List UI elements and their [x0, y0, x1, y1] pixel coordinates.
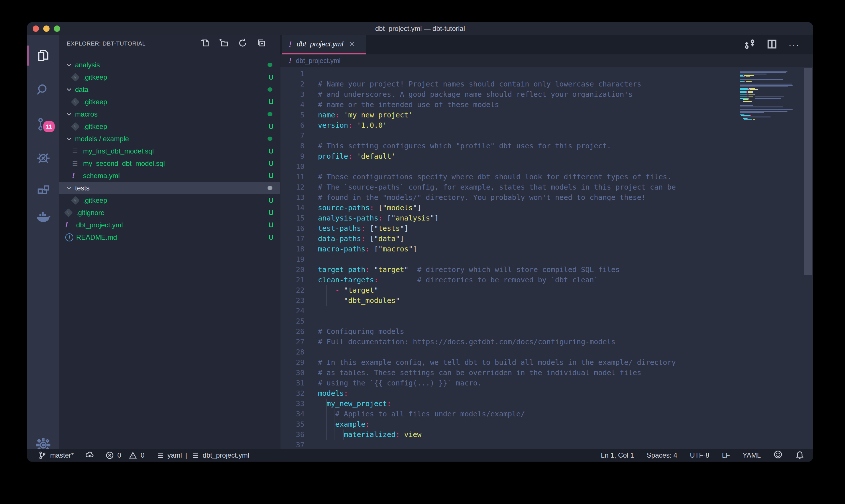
code-line: target-path: "target" # directory which … — [318, 265, 750, 275]
more-actions-icon[interactable]: ··· — [789, 42, 800, 48]
explorer-icon[interactable] — [27, 39, 59, 72]
explorer-sidebar: EXPLORER: DBT-TUTORIAL analysis⑂.gitkeep… — [59, 35, 281, 449]
branch-label: master* — [50, 451, 74, 459]
git-untracked-badge: U — [269, 233, 273, 241]
git-untracked-badge: U — [269, 221, 273, 229]
tree-row[interactable]: !schema.ymlU — [59, 169, 280, 182]
line-number: 20 — [281, 265, 305, 275]
tree-row[interactable]: analysis — [59, 59, 280, 71]
indentation-setting[interactable]: Spaces: 4 — [647, 451, 678, 459]
line-number: 14 — [281, 203, 305, 213]
code-line — [318, 440, 750, 449]
code-line: # The `source-paths` config, for example… — [318, 182, 750, 193]
tab-label: dbt_project.yml — [297, 40, 343, 48]
status-file-label: dbt_project.yml — [202, 451, 249, 459]
minimap[interactable] — [740, 69, 793, 122]
chevron-down-icon — [65, 61, 75, 69]
code-line — [318, 69, 750, 79]
tree-row[interactable]: tests — [59, 182, 280, 194]
language-mode[interactable]: YAML — [742, 451, 761, 459]
tree-row[interactable]: ☰my_second_dbt_model.sqlU — [59, 157, 280, 169]
yaml-file-icon: ! — [289, 40, 292, 49]
indent-guide — [326, 399, 327, 440]
git-modified-dot — [268, 112, 272, 116]
tree-item-label: README.md — [76, 233, 269, 241]
line-number: 34 — [281, 409, 305, 419]
source-control-icon[interactable]: 11 — [27, 108, 59, 140]
breadcrumb[interactable]: ! dbt_project.yml — [281, 54, 813, 67]
window-title: dbt_project.yml — dbt-tutorial — [27, 22, 813, 35]
tree-indent-guide — [98, 194, 98, 206]
code-line — [318, 162, 750, 172]
close-tab-icon[interactable]: ✕ — [349, 40, 355, 48]
collapse-all-icon[interactable] — [256, 38, 267, 49]
yaml-status-left[interactable]: yaml | dbt_project.yml — [155, 451, 249, 460]
tree-row[interactable]: ⑂.gitkeepU — [59, 120, 280, 132]
tree-row[interactable]: models / example — [59, 132, 280, 145]
tree-row[interactable]: !dbt_project.ymlU — [59, 219, 280, 231]
split-editor-icon[interactable] — [766, 38, 778, 51]
new-folder-icon[interactable] — [219, 38, 229, 49]
notifications-bell-icon[interactable] — [795, 450, 804, 461]
line-number: 12 — [281, 182, 305, 193]
code-line: # Configuring models — [318, 326, 750, 337]
refresh-icon[interactable] — [237, 38, 248, 49]
code-editor[interactable]: 1234567891011121314151617181920212223242… — [281, 67, 813, 449]
tree-item-label: analysis — [75, 61, 268, 69]
code-line: # found in the "models/" directory. You … — [318, 193, 750, 203]
git-branch-status[interactable]: master* — [38, 451, 74, 460]
line-number: 19 — [281, 254, 305, 265]
code-line: - "dbt_modules" — [318, 295, 750, 306]
code-line: source-paths: ["models"] — [318, 203, 750, 213]
code-line: profile: 'default' — [318, 151, 750, 162]
yaml-label: yaml — [167, 451, 182, 459]
tree-item-label: .gitkeep — [83, 73, 269, 81]
tree-row[interactable]: ⑂.gitkeepU — [59, 194, 280, 206]
editor-scrollbar[interactable] — [804, 68, 812, 275]
status-bar: master* 0 0 yaml | dbt_project.yml — [27, 449, 813, 462]
tab-dbt-project-yml[interactable]: ! dbt_project.yml ✕ — [282, 35, 366, 54]
git-untracked-badge: U — [269, 73, 273, 81]
line-number: 8 — [281, 141, 305, 151]
git-untracked-badge: U — [269, 160, 273, 167]
tab-bar: ! dbt_project.yml ✕ ··· — [281, 35, 813, 54]
docker-icon[interactable] — [27, 201, 59, 233]
code-line: # using the `{{ config(...) }}` macro. — [318, 378, 750, 388]
indent-guide — [335, 409, 335, 440]
line-number: 30 — [281, 368, 305, 378]
problems-status[interactable]: 0 0 — [105, 451, 145, 460]
code-line: # Name your project! Project names shoul… — [318, 79, 750, 89]
line-number: 9 — [281, 151, 305, 162]
search-icon[interactable] — [27, 74, 59, 106]
tree-row[interactable]: ⑂.gitkeepU — [59, 71, 280, 83]
code-line: # and underscores. A good package name s… — [318, 89, 750, 100]
eol-setting[interactable]: LF — [722, 451, 730, 459]
yaml-file-icon: ! — [289, 57, 291, 65]
tree-row[interactable]: iREADME.mdU — [59, 231, 280, 244]
git-modified-dot — [268, 87, 272, 92]
code-line: # These configurations specify where dbt… — [318, 172, 750, 182]
indent-guide — [343, 430, 344, 440]
tree-row[interactable]: macros — [59, 108, 280, 120]
cursor-position[interactable]: Ln 1, Col 1 — [601, 451, 634, 459]
line-number: 31 — [281, 378, 305, 388]
tree-item-label: .gitkeep — [83, 196, 269, 204]
tree-row[interactable]: ⑂.gitignoreU — [59, 206, 280, 219]
sync-changes-icon[interactable] — [85, 450, 94, 460]
tree-row[interactable]: data — [59, 83, 280, 96]
vscode-window: dbt_project.yml — dbt-tutorial 11 — [27, 22, 813, 462]
tree-row[interactable]: ☰my_first_dbt_model.sqlU — [59, 145, 280, 157]
feedback-smiley-icon[interactable] — [773, 450, 783, 461]
line-number: 26 — [281, 326, 305, 337]
code-line: name: 'my_new_project' — [318, 110, 750, 120]
debug-icon[interactable] — [27, 142, 59, 174]
git-file-icon: ⑂ — [71, 73, 79, 82]
line-number: 7 — [281, 130, 305, 141]
editor-group: ! dbt_project.yml ✕ ··· ! dbt_project.ym… — [281, 35, 813, 449]
encoding-setting[interactable]: UTF-8 — [690, 451, 709, 459]
new-file-icon[interactable] — [200, 38, 210, 49]
open-changes-icon[interactable] — [744, 38, 755, 51]
code-line: clean-targets: # directories to be remov… — [318, 275, 750, 285]
indent-guide — [326, 285, 327, 306]
tree-row[interactable]: ⑂.gitkeepU — [59, 96, 280, 108]
